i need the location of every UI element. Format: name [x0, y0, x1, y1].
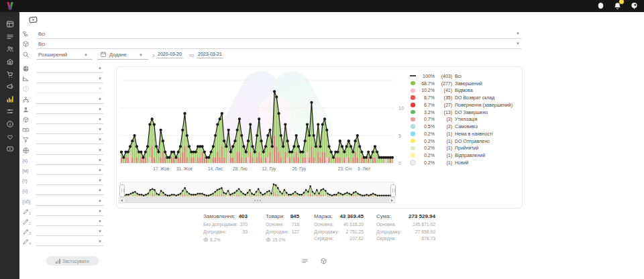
- filter-row-var-t[interactable]: {т}▼: [19, 176, 111, 186]
- legend-item[interactable]: 0.5%(2)Самовивіз: [410, 123, 521, 130]
- orders-chart[interactable]: 0510: [120, 70, 410, 168]
- ramp-icon: [22, 75, 30, 82]
- sidebar-item-dashboard[interactable]: [0, 18, 19, 31]
- legend-item[interactable]: 6.7%(27)Повернення (завершений): [410, 101, 521, 109]
- help-icon: [22, 85, 30, 93]
- x-tick-label: 6. Лют: [358, 166, 370, 171]
- legend-percent: 0.2%: [418, 146, 435, 150]
- stat-sub-label: Основна:: [314, 222, 333, 229]
- filter-row-box[interactable]: ▼: [19, 115, 111, 125]
- chevron-down-icon: ▼: [98, 199, 102, 203]
- sidebar-item-orders[interactable]: [0, 31, 19, 44]
- search-mode-select[interactable]: Розширений: [38, 52, 67, 58]
- sidebar-item-analytics[interactable]: [0, 93, 19, 106]
- sidebar-item-customers[interactable]: [0, 43, 19, 56]
- sliders-icon: [6, 107, 14, 115]
- filter-row-hierarchy[interactable]: ▼: [19, 95, 111, 105]
- legend-item[interactable]: 0.2%(1)Відправлений: [410, 152, 521, 159]
- chart-scrollbar[interactable]: [119, 197, 395, 203]
- legend-item[interactable]: 10.2%(41)Відмова: [410, 87, 521, 95]
- sidebar-item-cart[interactable]: [0, 68, 19, 80]
- filter-row-globe[interactable]: ▼: [19, 146, 111, 156]
- filter-row-var-ob[interactable]: {об}▼: [19, 197, 111, 207]
- stat-value: 273 529.94: [409, 213, 435, 222]
- from-label: з: [152, 53, 154, 58]
- cart-icon: [6, 70, 14, 78]
- legend-marker-icon: [410, 75, 416, 76]
- notifications-bell-icon[interactable]: [613, 1, 622, 10]
- scroll-right-icon[interactable]: [391, 199, 393, 202]
- filter-row-banknote[interactable]: ▼: [19, 125, 111, 135]
- legend-item[interactable]: 8.7%(35)DO Возврат склад: [410, 94, 521, 101]
- legend-item[interactable]: 68.7%(277)Завершений: [410, 80, 521, 87]
- chart-icon: [6, 95, 14, 103]
- sidebar-item-info[interactable]: [0, 118, 19, 131]
- legend-marker-icon: [410, 131, 416, 136]
- legend-label: Відправлений: [455, 153, 485, 158]
- legend-item[interactable]: 0.7%(3)Утилізація: [410, 116, 521, 123]
- chevron-down-icon: ▼: [98, 188, 102, 192]
- mini-chart-icon: [56, 259, 60, 264]
- list-view-icon[interactable]: [301, 258, 309, 265]
- stat-sub-value: 127: [292, 229, 299, 237]
- chevron-down-icon: ▼: [98, 107, 102, 111]
- legend-item[interactable]: 3.2%(13)DO Завершено: [410, 109, 521, 116]
- products-view-icon[interactable]: [320, 258, 327, 265]
- scroll-left-icon[interactable]: [121, 199, 123, 202]
- legend-item[interactable]: 0.2%(1)Новий: [410, 159, 521, 166]
- search-icon[interactable]: [22, 51, 30, 58]
- legend-item[interactable]: 0.2%(1)Прийнятий: [410, 145, 521, 152]
- basket-percent: 15.0%: [272, 237, 285, 242]
- header-actions: [596, 1, 639, 10]
- dashboard-icon: [6, 20, 14, 28]
- alerts-icon[interactable]: [630, 1, 639, 10]
- top-filters: Всі ▼ Всі ▼ Розширений ▼ Додане ▼ з 2020…: [19, 12, 644, 66]
- filter-row-ramp[interactable]: ▼: [19, 74, 111, 85]
- filter-row-var-s[interactable]: {s}▼: [19, 156, 111, 166]
- sidebar-item-store[interactable]: [0, 56, 19, 68]
- legend-marker-icon: [410, 89, 416, 93]
- brand-logo-icon[interactable]: [5, 1, 15, 11]
- range-handle-right[interactable]: [390, 184, 396, 197]
- hierarchy-icon: [22, 96, 30, 103]
- legend-item[interactable]: 0.2%(1)Нема в наявності: [410, 130, 521, 137]
- legend-item[interactable]: 0.2%(1)DO Отправлено: [410, 137, 521, 145]
- sidebar-item-tutorials[interactable]: [0, 143, 19, 156]
- to-label: по: [189, 53, 194, 58]
- chevron-down-icon: ▼: [139, 53, 143, 57]
- legend-percent: 8.7%: [418, 95, 435, 100]
- apply-button[interactable]: Застосувати: [46, 256, 99, 266]
- legend-item[interactable]: 100%(403)Всі: [410, 72, 521, 80]
- date-from-input[interactable]: 2020-03-20: [156, 52, 183, 58]
- var-o-token: {о}: [22, 188, 28, 194]
- filter-row-person[interactable]: ▼: [19, 105, 111, 115]
- sidebar-item-support[interactable]: [0, 130, 19, 143]
- legend-count: (1): [435, 131, 452, 136]
- stat-sub-label: Основні:: [266, 222, 284, 229]
- date-field-select[interactable]: Додане: [109, 52, 127, 58]
- range-handle-left[interactable]: [119, 184, 125, 197]
- legend-marker-icon: [410, 146, 416, 151]
- filter-row-funnel[interactable]: ▼: [19, 135, 111, 146]
- legend-marker-icon: [410, 124, 416, 129]
- globe-icon: [22, 147, 30, 154]
- legend-label: Завершений: [455, 81, 482, 86]
- legend-marker-icon: [410, 110, 416, 115]
- filter-row-var-o[interactable]: {о}▼: [19, 186, 111, 197]
- legend-marker-icon: [410, 95, 416, 100]
- legend-percent: 100%: [418, 74, 435, 78]
- filter-row-help[interactable]: ▼: [19, 85, 111, 95]
- x-tick-label: 14. Лис: [208, 166, 223, 171]
- stat-sub-value: 678.73: [421, 236, 435, 243]
- date-to-input[interactable]: 2023-03-21: [197, 52, 223, 58]
- filter-row-globe-dark[interactable]: ▼: [19, 64, 111, 74]
- avatar-icon[interactable]: [596, 1, 605, 10]
- stat-sub-value: 27 658.92: [415, 229, 435, 237]
- scrollbar-thumb[interactable]: [125, 198, 389, 203]
- sidebar-item-marketing[interactable]: [0, 80, 19, 93]
- sidebar-item-integrations[interactable]: [0, 105, 19, 118]
- product-filter-row[interactable]: Всі ▼: [19, 40, 529, 50]
- stat-sub-label: Основна:: [376, 222, 396, 229]
- source-filter-row[interactable]: Всі ▼: [19, 30, 529, 40]
- filter-row-var-m[interactable]: {м}▼: [19, 166, 111, 176]
